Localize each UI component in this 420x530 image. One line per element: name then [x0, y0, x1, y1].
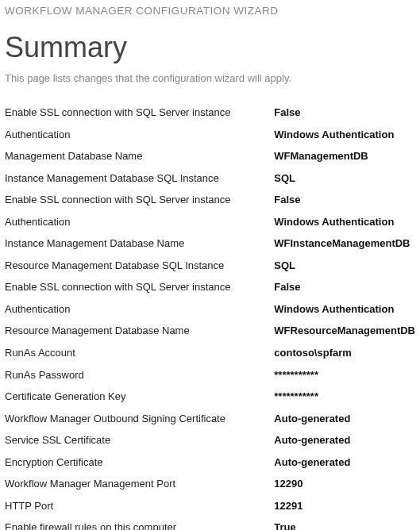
setting-label: Authentication — [5, 211, 274, 233]
settings-row: RunAs Accountcontoso\spfarm — [5, 342, 415, 364]
settings-row: Instance Management Database SQL Instanc… — [5, 167, 415, 190]
setting-label: Enable SSL connection with SQL Server in… — [5, 102, 274, 124]
settings-row: RunAs Password*********** — [5, 364, 415, 386]
page-subtitle: This page lists changes that the configu… — [5, 72, 415, 84]
settings-row: Certificate Generation Key*********** — [5, 386, 415, 408]
setting-value: Auto-generated — [274, 408, 415, 430]
setting-label: Workflow Manager Management Port — [5, 473, 274, 495]
setting-value: False — [274, 189, 415, 211]
setting-value: Windows Authentication — [274, 298, 415, 321]
setting-label: Workflow Manager Outbound Signing Certif… — [5, 408, 274, 430]
setting-label: HTTP Port — [5, 495, 274, 517]
settings-row: Enable SSL connection with SQL Server in… — [5, 276, 415, 298]
setting-value: *********** — [274, 386, 415, 408]
setting-label: RunAs Password — [5, 364, 274, 386]
settings-row: Workflow Manager Outbound Signing Certif… — [5, 408, 415, 430]
settings-table: Enable SSL connection with SQL Server in… — [5, 102, 415, 530]
page-title: Summary — [5, 31, 415, 64]
wizard-header: WORKFLOW MANAGER CONFIGURATION WIZARD — [5, 5, 415, 17]
setting-label: Certificate Generation Key — [5, 386, 274, 408]
settings-row: Enable firewall rules on this computerTr… — [5, 517, 415, 530]
setting-value: Windows Authentication — [274, 124, 415, 146]
settings-row: Resource Management Database SQL Instanc… — [5, 255, 415, 277]
setting-label: Authentication — [5, 124, 274, 146]
settings-row: Management Database NameWFManagementDB — [5, 145, 415, 167]
setting-label: Resource Management Database Name — [5, 320, 274, 342]
setting-value: SQL — [274, 255, 415, 277]
setting-label: RunAs Account — [5, 342, 274, 364]
settings-row: Enable SSL connection with SQL Server in… — [5, 102, 415, 124]
settings-row: AuthenticationWindows Authentication — [5, 211, 415, 233]
setting-value: True — [274, 517, 415, 530]
setting-value: *********** — [274, 364, 415, 386]
setting-value: WFInstanceManagementDB — [274, 232, 415, 255]
settings-row: AuthenticationWindows Authentication — [5, 124, 415, 146]
setting-label: Encryption Certificate — [5, 451, 274, 474]
setting-label: Service SSL Certificate — [5, 429, 274, 451]
setting-value: Auto-generated — [274, 451, 415, 474]
settings-row: Enable SSL connection with SQL Server in… — [5, 189, 415, 211]
setting-value: SQL — [274, 167, 415, 190]
setting-label: Authentication — [5, 298, 274, 321]
settings-row: Encryption CertificateAuto-generated — [5, 451, 415, 474]
settings-row: Resource Management Database NameWFResou… — [5, 320, 415, 342]
settings-row: Workflow Manager Management Port12290 — [5, 473, 415, 495]
setting-label: Instance Management Database Name — [5, 232, 274, 255]
setting-value: 12291 — [274, 495, 415, 517]
setting-label: Instance Management Database SQL Instanc… — [5, 167, 274, 190]
setting-label: Enable SSL connection with SQL Server in… — [5, 276, 274, 298]
setting-value: WFResourceManagementDB — [274, 320, 415, 342]
settings-row: Instance Management Database NameWFInsta… — [5, 232, 415, 255]
setting-value: 12290 — [274, 473, 415, 495]
setting-label: Resource Management Database SQL Instanc… — [5, 255, 274, 277]
setting-value: False — [274, 276, 415, 298]
setting-label: Enable firewall rules on this computer — [5, 517, 274, 530]
setting-value: Windows Authentication — [274, 211, 415, 233]
settings-row: AuthenticationWindows Authentication — [5, 298, 415, 321]
settings-row: Service SSL CertificateAuto-generated — [5, 429, 415, 451]
setting-value: Auto-generated — [274, 429, 415, 451]
settings-row: HTTP Port12291 — [5, 495, 415, 517]
setting-value: contoso\spfarm — [274, 342, 415, 364]
setting-value: False — [274, 102, 415, 124]
setting-label: Management Database Name — [5, 145, 274, 167]
setting-value: WFManagementDB — [274, 145, 415, 167]
setting-label: Enable SSL connection with SQL Server in… — [5, 189, 274, 211]
